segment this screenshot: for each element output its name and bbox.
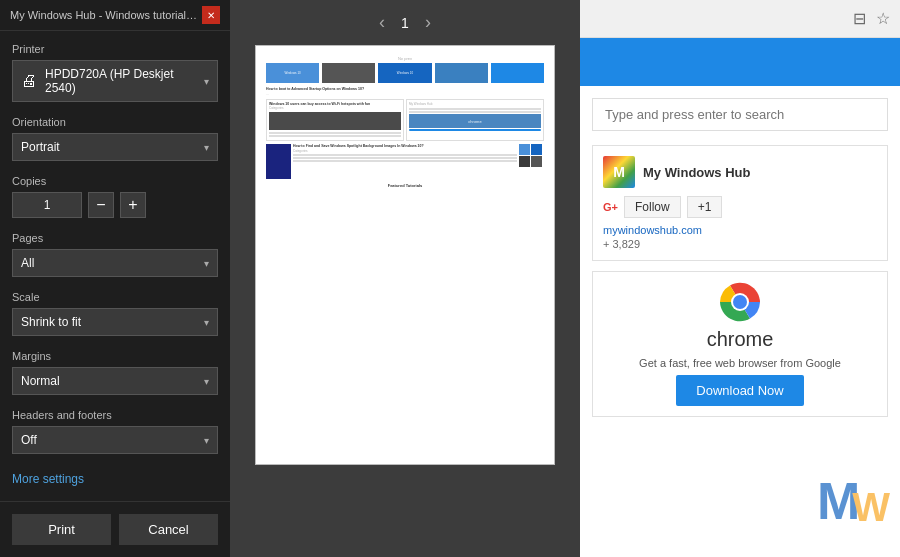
avatar: M (603, 156, 635, 188)
cancel-button[interactable]: Cancel (119, 514, 218, 545)
printer-name: HPDD720A (HP Deskjet 2540) (45, 67, 196, 95)
copies-input[interactable] (12, 192, 82, 218)
follower-count: + 3,829 (603, 238, 877, 250)
site-link[interactable]: mywindowshub.com (603, 224, 877, 236)
copies-label: Copies (12, 175, 218, 187)
dialog-title: My Windows Hub - Windows tutorials, them… (10, 9, 202, 21)
print-button[interactable]: Print (12, 514, 111, 545)
printer-icon: 🖨 (21, 72, 37, 90)
chrome-title: chrome (707, 328, 774, 351)
pages-value: All (21, 256, 34, 270)
orientation-chevron-icon: ▾ (204, 142, 209, 153)
browser-toolbar: ⊟ ☆ (580, 0, 900, 38)
browser-area: ⊟ ☆ M My Windows Hub G+ Follow +1 mywind… (580, 0, 900, 557)
plus1-button[interactable]: +1 (687, 196, 723, 218)
preview-navigation: ‹ 1 › (367, 0, 443, 45)
headers-select[interactable]: Off ▾ (12, 426, 218, 454)
margins-chevron-icon: ▾ (204, 376, 209, 387)
pages-section: Pages All ▾ (12, 232, 218, 277)
headers-value: Off (21, 433, 37, 447)
chrome-ad: chrome Get a fast, free web browser from… (592, 271, 888, 417)
site-name: My Windows Hub (643, 165, 751, 180)
prev-page-button[interactable]: ‹ (379, 12, 385, 33)
favorites-icon[interactable]: ☆ (876, 9, 890, 28)
dialog-footer: Print Cancel (0, 501, 230, 557)
page-number: 1 (401, 15, 409, 31)
scale-select[interactable]: Shrink to fit ▾ (12, 308, 218, 336)
next-page-button[interactable]: › (425, 12, 431, 33)
margins-value: Normal (21, 374, 60, 388)
pages-select[interactable]: All ▾ (12, 249, 218, 277)
headers-section: Headers and footers Off ▾ (12, 409, 218, 454)
headers-chevron-icon: ▾ (204, 435, 209, 446)
scale-chevron-icon: ▾ (204, 317, 209, 328)
search-input[interactable] (592, 98, 888, 131)
close-button[interactable]: ✕ (202, 6, 220, 24)
wf-header: M My Windows Hub (603, 156, 877, 188)
copies-row: − + (12, 192, 218, 218)
title-bar: My Windows Hub - Windows tutorials, them… (0, 0, 230, 31)
avatar-letter: M (613, 164, 625, 180)
follow-button[interactable]: Follow (624, 196, 681, 218)
margins-label: Margins (12, 350, 218, 362)
margins-select[interactable]: Normal ▾ (12, 367, 218, 395)
orientation-label: Orientation (12, 116, 218, 128)
bookmark-icon[interactable]: ⊟ (853, 9, 866, 28)
chrome-logo-icon (720, 282, 760, 322)
windows-follow-card: M My Windows Hub G+ Follow +1 mywindowsh… (592, 145, 888, 261)
copies-decrement-button[interactable]: − (88, 192, 114, 218)
pages-chevron-icon: ▾ (204, 258, 209, 269)
orientation-section: Orientation Portrait ▾ (12, 116, 218, 161)
printer-section: Printer 🖨 HPDD720A (HP Deskjet 2540) ▾ (12, 43, 218, 102)
pages-label: Pages (12, 232, 218, 244)
scale-section: Scale Shrink to fit ▾ (12, 291, 218, 336)
printer-label: Printer (12, 43, 218, 55)
print-dialog: My Windows Hub - Windows tutorials, them… (0, 0, 230, 557)
browser-blue-bar (580, 38, 900, 86)
svg-point-2 (733, 295, 747, 309)
preview-page: No prev Windows 10 Windows 10 How to boo… (255, 45, 555, 465)
orientation-select[interactable]: Portrait ▾ (12, 133, 218, 161)
printer-chevron-icon: ▾ (204, 76, 209, 87)
copies-increment-button[interactable]: + (120, 192, 146, 218)
headers-label: Headers and footers (12, 409, 218, 421)
margins-section: Margins Normal ▾ (12, 350, 218, 395)
orientation-value: Portrait (21, 140, 60, 154)
chrome-download-button[interactable]: Download Now (676, 375, 803, 406)
copies-section: Copies − + (12, 175, 218, 218)
printer-selector[interactable]: 🖨 HPDD720A (HP Deskjet 2540) ▾ (12, 60, 218, 102)
google-plus-icon: G+ (603, 201, 618, 213)
scale-value: Shrink to fit (21, 315, 81, 329)
print-preview-area: ‹ 1 › No prev Windows 10 Windows 10 How … (230, 0, 580, 557)
scale-label: Scale (12, 291, 218, 303)
wf-actions: G+ Follow +1 (603, 196, 877, 218)
more-settings-link[interactable]: More settings (12, 472, 218, 486)
dialog-body: Printer 🖨 HPDD720A (HP Deskjet 2540) ▾ O… (0, 31, 230, 501)
browser-content: M My Windows Hub G+ Follow +1 mywindowsh… (580, 86, 900, 557)
chrome-subtitle: Get a fast, free web browser from Google (639, 357, 841, 369)
